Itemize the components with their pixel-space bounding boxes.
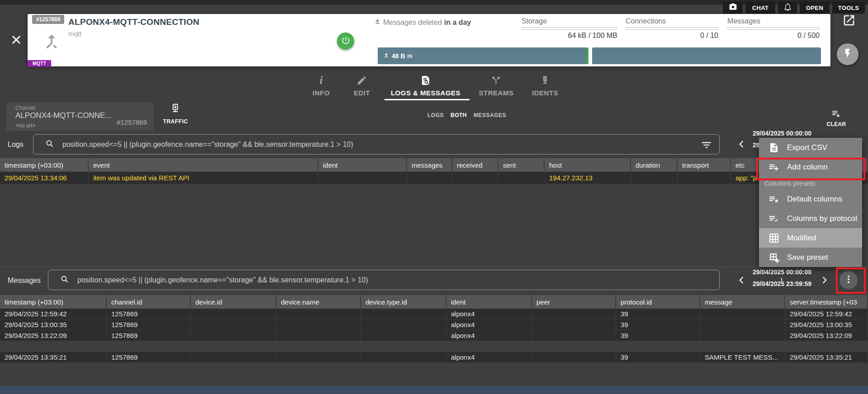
open-button[interactable]: OPEN: [800, 2, 830, 14]
quick-actions-button[interactable]: [837, 43, 859, 65]
annotation-red-box-options-button: [836, 267, 866, 294]
channel-title: ALPONX4-MQTT-CONNECTION: [68, 17, 199, 27]
table-row[interactable]: 29/04/2025 13:22:091257869alponx43929/04…: [0, 330, 868, 341]
column-header-ident[interactable]: ident: [446, 295, 532, 309]
column-header-device-type-id[interactable]: device.type.id: [361, 295, 446, 309]
table-cell: SAMPLE TEST MESS...: [700, 352, 785, 362]
column-header-event[interactable]: event: [89, 158, 318, 172]
logs-search-input[interactable]: position.speed<=5 || (plugin.geofence.na…: [33, 134, 720, 155]
table-cell: alponx4: [446, 309, 532, 319]
tab-streams[interactable]: STREAMS: [479, 74, 514, 97]
tab-info[interactable]: i INFO: [313, 74, 330, 97]
call-split-icon: [491, 74, 502, 86]
column-header-peer[interactable]: peer: [532, 295, 616, 309]
column-header-timestamp-03-00[interactable]: timestamp (+03:00): [0, 158, 89, 172]
open-in-new-button[interactable]: [842, 14, 856, 27]
table-cell: [532, 352, 616, 362]
messages-search-input[interactable]: position.speed<=5 || (plugin.geofence.na…: [48, 270, 720, 290]
table-cell: 29/04/2025 13:00:35: [0, 319, 107, 330]
menu-item-label: Save preset: [787, 253, 828, 262]
table-cell: 39: [616, 319, 700, 330]
menu-item-columns-by-protocol[interactable]: Columns by protocol: [759, 209, 862, 228]
messages-prev-range-button[interactable]: [737, 275, 746, 285]
column-header-timestamp-03-00[interactable]: timestamp (+03:00): [0, 295, 107, 309]
tab-idents[interactable]: ? IDENTS: [532, 74, 558, 97]
mode-segment-logs[interactable]: LOGS: [427, 112, 444, 118]
date-range-divider: [781, 278, 782, 282]
messages-next-range-button[interactable]: [820, 275, 829, 285]
table-cell: alponx4: [446, 330, 532, 341]
table-cell: [191, 352, 276, 362]
document-search-icon: [420, 74, 431, 86]
column-header-messages[interactable]: messages: [407, 158, 452, 172]
table-cell: 29/04/2025 13:22:09: [0, 330, 107, 341]
meter-value: 64 kB / 100 MB: [522, 32, 617, 40]
channel-id-badge: #1257869: [32, 15, 64, 24]
messages-date-range[interactable]: 29/04/2025 00:00:00 29/04/2025 23:59:59: [747, 268, 817, 287]
table-cell: [532, 330, 616, 341]
logs-prev-range-button[interactable]: [737, 139, 746, 149]
close-button[interactable]: [10, 33, 23, 46]
tab-logs-messages[interactable]: LOGS & MESSAGES: [391, 74, 460, 97]
table-row[interactable]: 29/04/2025 13:35:211257869alponx439SAMPL…: [0, 352, 868, 363]
chat-button[interactable]: CHAT: [745, 2, 775, 14]
column-header-channel-id[interactable]: channel.id: [107, 295, 191, 309]
column-header-protocol-id[interactable]: protocol.id: [616, 295, 700, 309]
buffer-segment-2[interactable]: [592, 47, 821, 64]
chevron-left-icon: [737, 143, 746, 150]
column-header-message[interactable]: message: [700, 295, 785, 309]
column-header-duration[interactable]: duration: [631, 158, 678, 172]
table-row[interactable]: 29/04/2025 13:00:351257869alponx43929/04…: [0, 319, 868, 330]
column-header-sent[interactable]: sent: [498, 158, 545, 172]
table-cell: [318, 172, 407, 184]
menu-item-label: Export CSV: [787, 143, 827, 152]
column-header-transport[interactable]: transport: [678, 158, 731, 172]
file-icon: [768, 142, 779, 153]
column-header-host[interactable]: host: [545, 158, 631, 172]
grid-icon: [768, 233, 779, 244]
column-options-menu: Export CSVAdd columnColumns presetsDefau…: [759, 138, 862, 267]
notifications-button[interactable]: [778, 2, 797, 14]
active-tab-underline: [384, 99, 470, 100]
table-row[interactable]: 29/04/2025 12:59:421257869alponx43929/04…: [0, 309, 868, 319]
table-cell: 29/04/2025 12:59:42: [0, 309, 107, 319]
menu-item-export-csv[interactable]: Export CSV: [759, 138, 862, 157]
screenshot-button[interactable]: [723, 2, 743, 14]
table-cell: [678, 172, 731, 184]
table-cell: [361, 330, 446, 341]
table-cell: 29/04/2025 13:35:21: [785, 352, 868, 362]
column-header-device-id[interactable]: device.id: [191, 295, 276, 309]
protocol-badge: MQTT: [28, 60, 51, 67]
mode-segment-messages[interactable]: MESSAGES: [474, 112, 506, 118]
tab-label: IDENTS: [532, 89, 558, 97]
buffer-segment-1[interactable]: 48 B(0): [378, 47, 587, 64]
lightning-icon: [842, 48, 853, 61]
buffer-size-text: 48 B: [392, 52, 405, 60]
table-cell: [276, 330, 361, 341]
meter-bar: [626, 27, 718, 30]
menu-item-save-preset[interactable]: Save preset: [759, 248, 862, 267]
channel-power-button[interactable]: [337, 33, 354, 50]
filter-icon[interactable]: [701, 139, 712, 151]
column-header-device-name[interactable]: device.name: [276, 295, 361, 309]
chevron-right-icon: [820, 279, 829, 286]
column-header-server-timestamp-03[interactable]: server.timestamp (+03: [785, 295, 868, 309]
table-cell: [191, 330, 276, 341]
buffer-count-text: (0): [408, 54, 413, 58]
close-icon: [10, 40, 23, 47]
column-header-ident[interactable]: ident: [318, 158, 407, 172]
mode-segment-both[interactable]: BOTH: [451, 112, 467, 118]
traffic-icon: [170, 103, 181, 117]
menu-item-modified[interactable]: Modified: [759, 228, 862, 248]
tools-button[interactable]: TOOLS: [832, 2, 865, 14]
clear-button[interactable]: CLEAR: [827, 108, 846, 127]
table-cell: [276, 309, 361, 319]
channel-selector-uri: <no uri>: [15, 122, 35, 129]
traffic-button[interactable]: TRAFFIC: [163, 103, 188, 125]
messages-search-query: position.speed<=5 || (plugin.geofence.na…: [77, 276, 368, 284]
tab-edit[interactable]: EDIT: [354, 74, 370, 97]
column-header-received[interactable]: received: [452, 158, 498, 172]
menu-item-default-columns[interactable]: Default columns: [759, 189, 862, 209]
table-row[interactable]: 29/04/2025 13:34:06item was updated via …: [0, 172, 868, 184]
table-cell: [700, 319, 785, 330]
